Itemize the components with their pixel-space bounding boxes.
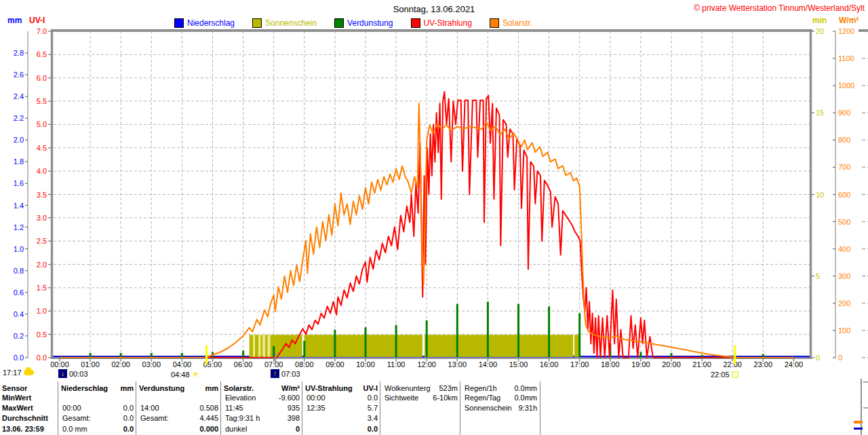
axis-mm: 0.00.20.40.60.81.01.21.41.61.82.02.22.42… <box>14 31 28 362</box>
table-col-regen: Regen/1h0.0mm Regen/Tag0.0mm Sonnenschei… <box>460 381 540 435</box>
table-col-solarstr: Solarstr.W/m² Elevation-9.600 11:45935 T… <box>220 381 302 435</box>
svg-text:0.2: 0.2 <box>14 332 24 340</box>
row-label: Sensor <box>2 384 27 394</box>
svg-text:24:00: 24:00 <box>785 360 804 368</box>
svg-text:09:00: 09:00 <box>326 360 344 368</box>
solar-line <box>60 103 793 358</box>
svg-text:07:00: 07:00 <box>264 360 283 368</box>
svg-text:04:00: 04:00 <box>173 360 192 368</box>
cell-label: Tag:9:31 h <box>225 414 260 424</box>
svg-text:0: 0 <box>838 354 842 362</box>
svg-text:14:00: 14:00 <box>479 360 498 368</box>
stub-solar-mark <box>854 421 863 423</box>
cell-value: 5.7 <box>368 404 378 414</box>
svg-text:2.8: 2.8 <box>14 49 24 57</box>
svg-text:22:00: 22:00 <box>723 360 742 368</box>
svg-text:1.8: 1.8 <box>14 157 24 166</box>
svg-text:13:00: 13:00 <box>448 360 467 368</box>
svg-text:0.0: 0.0 <box>37 354 47 362</box>
cell-label: 11:45 <box>225 404 243 414</box>
cell-value: 0.0 <box>368 425 378 435</box>
sun-icon: ☀ <box>192 369 200 379</box>
cell-value: 0.0mm <box>514 394 537 404</box>
svg-text:2.5: 2.5 <box>37 237 47 245</box>
svg-text:23:00: 23:00 <box>754 360 773 368</box>
svg-text:1200: 1200 <box>838 27 854 35</box>
axis-wm2: 0100200300400500600700800900100011001200 <box>833 27 854 362</box>
svg-text:20: 20 <box>816 27 824 35</box>
evaporation-spikes <box>90 302 764 358</box>
moon-down-icon: ↓ <box>58 369 67 378</box>
cell-value: 0.0mm <box>514 384 537 394</box>
table-col-niederschlag: Niederschlagmm 00:000.0 Gesamt:0.0 0.0 m… <box>58 381 136 435</box>
cell-label: 0.0 mm <box>62 425 87 435</box>
cell-label: 00:00 <box>307 394 326 404</box>
wm2-grid-stubs <box>862 31 868 358</box>
grid <box>54 31 810 357</box>
svg-text:5: 5 <box>816 272 820 280</box>
svg-text:4.5: 4.5 <box>37 144 47 152</box>
cell-value: 0.0 <box>368 394 378 404</box>
col-unit: UV-I <box>363 384 378 394</box>
cell-label: dunkel <box>225 425 247 435</box>
cloud-icon <box>24 370 34 375</box>
col-header: Solarstr. <box>224 384 254 394</box>
table-col-verdunstung: Verdunstungmm 14:000.508 Gesamt:4.445 0.… <box>136 381 221 435</box>
svg-text:01:00: 01:00 <box>81 360 100 368</box>
svg-text:1.6: 1.6 <box>14 179 24 187</box>
time-axis: 00:0001:0002:0003:0004:0005:0006:0007:00… <box>50 358 803 368</box>
cell-value: 0.0 <box>123 414 134 424</box>
svg-text:0.8: 0.8 <box>14 267 24 275</box>
svg-text:00:00: 00:00 <box>50 360 69 368</box>
svg-text:3.0: 3.0 <box>37 214 47 222</box>
moon-up-icon: ↑ <box>271 369 279 378</box>
cell-label: Gesamt: <box>140 414 169 424</box>
cell-value: -9.600 <box>279 394 300 404</box>
moonset-time: 00:03 <box>69 370 88 378</box>
svg-text:3.5: 3.5 <box>37 191 47 199</box>
svg-text:16:00: 16:00 <box>540 360 559 368</box>
cell-value: 6-10km <box>433 394 458 404</box>
cell-value: 3.4 <box>368 414 378 424</box>
cell-value: 9:31h <box>518 404 537 414</box>
sunset-time: 22:05 <box>711 371 730 379</box>
table-row-labels: Sensor MinWert MaxWert Durchschnitt 13.0… <box>0 381 58 435</box>
svg-text:400: 400 <box>838 245 850 253</box>
sunset-marker: 22:05 <box>711 371 738 379</box>
cell-label: Sonnenschein <box>465 404 512 414</box>
svg-text:10: 10 <box>816 191 824 199</box>
moonrise-marker: ↑ 07:03 <box>271 369 300 378</box>
row-label: 13.06. 23:59 <box>2 425 44 435</box>
cell-label: Sichtweite <box>384 394 418 404</box>
svg-text:15: 15 <box>816 109 824 117</box>
svg-text:18:00: 18:00 <box>601 360 620 368</box>
svg-text:1.2: 1.2 <box>14 223 24 231</box>
svg-text:03:00: 03:00 <box>142 360 161 368</box>
svg-text:2.4: 2.4 <box>14 92 24 100</box>
moonset-marker: ↓ 00:03 <box>58 369 88 378</box>
cell-label: 14:00 <box>140 404 159 414</box>
svg-text:21:00: 21:00 <box>692 360 711 368</box>
svg-text:1.5: 1.5 <box>37 284 47 292</box>
svg-text:10:00: 10:00 <box>356 360 375 368</box>
cell-label: Wolkenunterg <box>384 384 431 394</box>
cell-value: 935 <box>288 404 300 414</box>
svg-text:0: 0 <box>816 354 820 362</box>
svg-text:2.0: 2.0 <box>14 136 24 144</box>
svg-text:1.0: 1.0 <box>37 307 47 315</box>
cell-value: 0 <box>296 425 300 435</box>
svg-text:0.5: 0.5 <box>37 330 47 339</box>
table-col-uv-strahlung: UV-StrahlungUV-I 00:000.0 12:355.7 3.4 0… <box>302 381 380 435</box>
svg-text:06:00: 06:00 <box>234 360 253 368</box>
svg-text:800: 800 <box>838 136 850 144</box>
svg-text:900: 900 <box>838 109 850 117</box>
sunshine-band <box>250 335 580 357</box>
cell-value: 398 <box>288 414 300 424</box>
sunrise-time: 04:48 <box>171 371 190 379</box>
svg-text:2.6: 2.6 <box>14 71 24 79</box>
col-unit: mm <box>120 384 134 394</box>
svg-text:0.4: 0.4 <box>14 310 24 318</box>
weather-station-page: { "header": { "title": "Sonntag, 13.06.2… <box>0 0 868 435</box>
cell-label: Elevation <box>225 394 256 404</box>
cell-value: 4.445 <box>199 414 218 424</box>
